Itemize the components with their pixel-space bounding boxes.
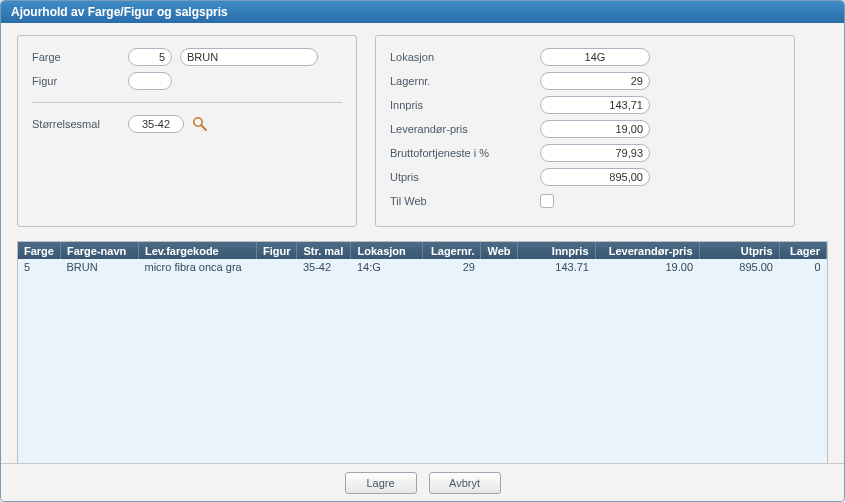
tilweb-label: Til Web [390, 195, 540, 207]
figur-label: Figur [32, 75, 128, 87]
cell-utpris: 895.00 [699, 259, 779, 275]
brutto-label: Bruttofortjeneste i % [390, 147, 540, 159]
cell-lokasjon: 14:G [351, 259, 423, 275]
search-icon[interactable] [192, 116, 208, 132]
separator [32, 102, 342, 103]
panel-color-figure: Farge Figur Størrelsesmal [17, 35, 357, 227]
utpris-input[interactable] [540, 168, 650, 186]
col-web[interactable]: Web [481, 242, 517, 259]
farge-label: Farge [32, 51, 128, 63]
levpris-label: Leverandør-pris [390, 123, 540, 135]
lagernr-label: Lagernr. [390, 75, 540, 87]
footer-bar: Lagre Avbryt [1, 463, 844, 501]
innpris-input[interactable] [540, 96, 650, 114]
lagernr-input[interactable] [540, 72, 650, 90]
cell-lev-fargekode: micro fibra onca gra [138, 259, 256, 275]
farge-name-input[interactable] [180, 48, 318, 66]
lokasjon-label: Lokasjon [390, 51, 540, 63]
cell-levpris: 19.00 [595, 259, 699, 275]
save-button[interactable]: Lagre [345, 472, 417, 494]
table-row[interactable]: 5 BRUN micro fibra onca gra 35-42 14:G 2… [18, 259, 827, 275]
cancel-button[interactable]: Avbryt [429, 472, 501, 494]
col-farge-navn[interactable]: Farge-navn [60, 242, 138, 259]
cell-innpris: 143.71 [517, 259, 595, 275]
cell-lager: 0 [779, 259, 827, 275]
farge-input[interactable] [128, 48, 172, 66]
content-area: Farge Figur Størrelsesmal [1, 23, 844, 463]
col-figur[interactable]: Figur [256, 242, 297, 259]
figur-input[interactable] [128, 72, 172, 90]
col-lokasjon[interactable]: Lokasjon [351, 242, 423, 259]
col-leverandor-pris[interactable]: Leverandør-pris [595, 242, 699, 259]
col-lager[interactable]: Lager [779, 242, 827, 259]
col-str-mal[interactable]: Str. mal [297, 242, 351, 259]
svg-line-1 [201, 125, 206, 130]
data-grid[interactable]: Farge Farge-navn Lev.fargekode Figur Str… [17, 241, 828, 465]
cell-lagernr: 29 [423, 259, 481, 275]
brutto-input[interactable] [540, 144, 650, 162]
panel-pricing: Lokasjon Lagernr. Innpris Leverandør-pri… [375, 35, 795, 227]
storrelsesmal-input[interactable] [128, 115, 184, 133]
tilweb-checkbox[interactable] [540, 194, 554, 208]
col-innpris[interactable]: Innpris [517, 242, 595, 259]
col-utpris[interactable]: Utpris [699, 242, 779, 259]
cell-farge-navn: BRUN [60, 259, 138, 275]
utpris-label: Utpris [390, 171, 540, 183]
col-lev-fargekode[interactable]: Lev.fargekode [138, 242, 256, 259]
cell-str-mal: 35-42 [297, 259, 351, 275]
col-lagernr[interactable]: Lagernr. [423, 242, 481, 259]
cell-figur [256, 259, 297, 275]
grid-header-row: Farge Farge-navn Lev.fargekode Figur Str… [18, 242, 827, 259]
window-title: Ajourhold av Farge/Figur og salgspris [1, 1, 844, 23]
storrelsesmal-label: Størrelsesmal [32, 118, 128, 130]
col-farge[interactable]: Farge [18, 242, 60, 259]
innpris-label: Innpris [390, 99, 540, 111]
lokasjon-input[interactable] [540, 48, 650, 66]
cell-farge: 5 [18, 259, 60, 275]
levpris-input[interactable] [540, 120, 650, 138]
cell-web [481, 259, 517, 275]
dialog-window: Ajourhold av Farge/Figur og salgspris Fa… [0, 0, 845, 502]
